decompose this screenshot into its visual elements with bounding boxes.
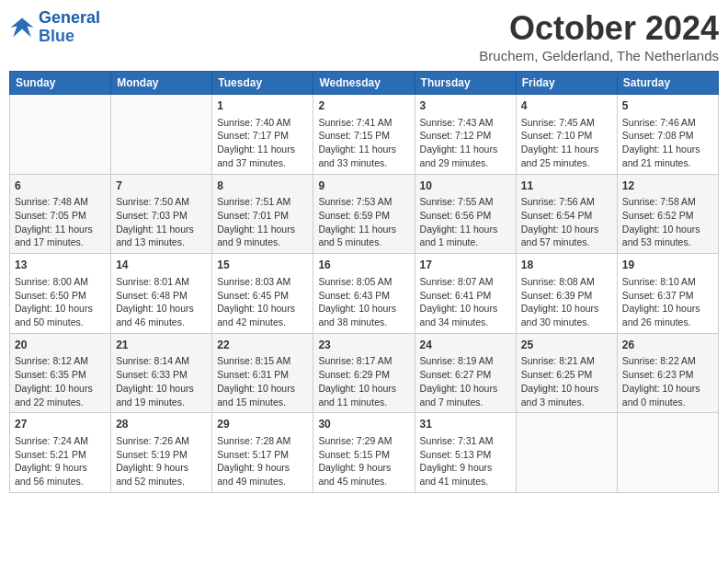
day-info: Daylight: 10 hours and 22 minutes. [15,382,106,408]
day-info: Sunset: 7:15 PM [318,129,409,143]
day-number: 15 [217,258,308,273]
day-number: 10 [420,178,511,194]
day-info: Daylight: 10 hours and 46 minutes. [116,302,207,328]
header-wednesday: Wednesday [313,72,415,95]
day-info: Sunset: 6:43 PM [318,289,409,303]
day-info: Sunrise: 7:55 AM [420,195,511,209]
day-info: Sunset: 5:21 PM [15,448,106,462]
day-info: Sunrise: 8:15 AM [217,354,308,368]
day-number: 20 [15,338,106,353]
day-info: Sunset: 7:01 PM [217,209,308,223]
day-info: Sunrise: 8:19 AM [420,354,511,368]
calendar-cell: 30Sunrise: 7:29 AMSunset: 5:15 PMDayligh… [313,413,415,493]
day-info: Sunset: 6:45 PM [217,289,308,303]
day-info: Sunset: 6:37 PM [622,289,713,303]
day-info: Daylight: 11 hours and 9 minutes. [217,223,308,249]
header-monday: Monday [111,72,212,95]
day-info: Daylight: 10 hours and 34 minutes. [420,302,511,328]
day-info: Daylight: 10 hours and 19 minutes. [116,382,207,408]
calendar-cell: 16Sunrise: 8:05 AMSunset: 6:43 PMDayligh… [313,254,415,334]
day-number: 27 [15,417,106,432]
logo: General Blue [9,9,100,46]
day-info: Sunrise: 7:50 AM [116,195,207,209]
day-info: Sunset: 5:19 PM [116,448,207,462]
calendar-cell: 10Sunrise: 7:55 AMSunset: 6:56 PMDayligh… [415,174,516,254]
day-info: Sunrise: 8:10 AM [622,275,713,289]
day-info: Daylight: 11 hours and 21 minutes. [622,143,713,169]
day-info: Daylight: 10 hours and 53 minutes. [622,223,713,249]
day-info: Daylight: 10 hours and 50 minutes. [15,302,106,328]
calendar-cell: 18Sunrise: 8:08 AMSunset: 6:39 PMDayligh… [516,254,617,334]
calendar-cell: 9Sunrise: 7:53 AMSunset: 6:59 PMDaylight… [313,174,415,254]
day-number: 25 [521,338,612,353]
svg-marker-0 [10,17,33,37]
day-info: Sunset: 5:15 PM [318,448,409,462]
day-info: Daylight: 10 hours and 38 minutes. [318,302,409,328]
day-info: Daylight: 10 hours and 0 minutes. [622,382,713,408]
header-tuesday: Tuesday [212,72,313,95]
day-info: Daylight: 11 hours and 33 minutes. [318,143,409,169]
month-title: October 2024 [479,9,719,48]
week-row-3: 13Sunrise: 8:00 AMSunset: 6:50 PMDayligh… [10,254,719,334]
calendar-cell: 4Sunrise: 7:45 AMSunset: 7:10 PMDaylight… [516,95,617,175]
day-info: Sunrise: 7:48 AM [15,195,106,209]
day-number: 19 [622,258,713,273]
calendar-cell: 29Sunrise: 7:28 AMSunset: 5:17 PMDayligh… [212,413,313,493]
day-number: 28 [116,417,207,432]
day-info: Sunset: 6:41 PM [420,289,511,303]
day-info: Daylight: 10 hours and 3 minutes. [521,382,612,408]
calendar-header-row: SundayMondayTuesdayWednesdayThursdayFrid… [10,72,719,95]
calendar-cell: 11Sunrise: 7:56 AMSunset: 6:54 PMDayligh… [516,174,617,254]
day-info: Sunrise: 8:12 AM [15,354,106,368]
day-number: 30 [318,417,409,432]
day-info: Sunrise: 7:26 AM [116,434,207,448]
day-number: 3 [420,98,511,114]
day-info: Sunset: 7:12 PM [420,129,511,143]
day-info: Sunset: 7:05 PM [15,209,106,223]
day-info: Sunrise: 7:41 AM [318,116,409,130]
calendar-table: SundayMondayTuesdayWednesdayThursdayFrid… [9,71,719,493]
day-info: Sunset: 6:31 PM [217,368,308,382]
week-row-1: 1Sunrise: 7:40 AMSunset: 7:17 PMDaylight… [10,95,719,175]
page-header: General Blue October 2024 Bruchem, Gelde… [9,9,719,63]
logo-text: General Blue [39,9,100,46]
day-info: Sunrise: 7:51 AM [217,195,308,209]
day-number: 17 [420,258,511,273]
day-info: Sunset: 6:39 PM [521,289,612,303]
day-info: Daylight: 9 hours and 41 minutes. [420,461,511,488]
day-info: Daylight: 11 hours and 37 minutes. [217,143,308,169]
day-number: 16 [318,258,409,273]
calendar-cell: 19Sunrise: 8:10 AMSunset: 6:37 PMDayligh… [617,254,718,334]
day-info: Sunrise: 8:08 AM [521,275,612,289]
day-info: Sunset: 6:56 PM [420,209,511,223]
day-info: Daylight: 11 hours and 13 minutes. [116,223,207,249]
day-number: 24 [420,338,511,353]
day-info: Sunrise: 8:21 AM [521,354,612,368]
day-number: 6 [15,178,106,194]
day-number: 21 [116,338,207,353]
day-info: Daylight: 9 hours and 56 minutes. [15,461,106,488]
calendar-cell: 6Sunrise: 7:48 AMSunset: 7:05 PMDaylight… [10,174,111,254]
day-info: Sunrise: 7:53 AM [318,195,409,209]
calendar-cell: 1Sunrise: 7:40 AMSunset: 7:17 PMDaylight… [212,95,313,175]
day-info: Daylight: 10 hours and 57 minutes. [521,223,612,249]
location: Bruchem, Gelderland, The Netherlands [479,48,719,63]
week-row-4: 20Sunrise: 8:12 AMSunset: 6:35 PMDayligh… [10,333,719,413]
day-number: 2 [318,98,409,114]
calendar-cell: 2Sunrise: 7:41 AMSunset: 7:15 PMDaylight… [313,95,415,175]
day-info: Sunrise: 7:46 AM [622,116,713,130]
calendar-cell: 23Sunrise: 8:17 AMSunset: 6:29 PMDayligh… [313,333,415,413]
day-info: Sunrise: 8:01 AM [116,275,207,289]
day-info: Daylight: 11 hours and 25 minutes. [521,143,612,169]
day-info: Daylight: 11 hours and 1 minute. [420,223,511,249]
day-info: Sunset: 7:03 PM [116,209,207,223]
day-info: Sunset: 7:10 PM [521,129,612,143]
day-info: Daylight: 9 hours and 45 minutes. [318,461,409,488]
calendar-cell: 14Sunrise: 8:01 AMSunset: 6:48 PMDayligh… [111,254,212,334]
day-number: 18 [521,258,612,273]
day-info: Sunset: 6:52 PM [622,209,713,223]
calendar-cell: 24Sunrise: 8:19 AMSunset: 6:27 PMDayligh… [415,333,516,413]
calendar-cell: 8Sunrise: 7:51 AMSunset: 7:01 PMDaylight… [212,174,313,254]
day-number: 13 [15,258,106,273]
calendar-cell: 20Sunrise: 8:12 AMSunset: 6:35 PMDayligh… [10,333,111,413]
